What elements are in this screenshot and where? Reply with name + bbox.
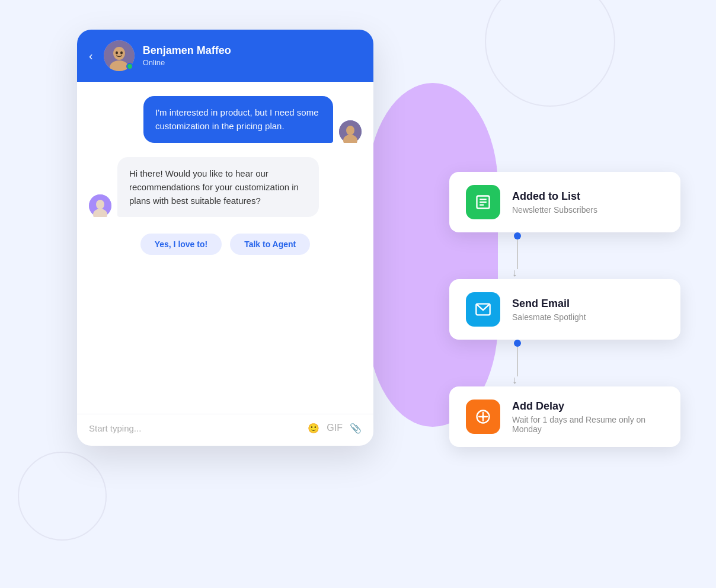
send-email-title: Send Email — [512, 298, 586, 310]
chat-widget: ‹ Benjamen Maffeo Online I'm interes — [77, 30, 373, 446]
svg-point-6 — [346, 126, 354, 135]
incoming-message-row: Hi there! Would you like to hear our rec… — [89, 157, 362, 218]
add-delay-subtitle: Wait for 1 days and Resume only on Monda… — [512, 415, 664, 434]
add-delay-icon — [466, 400, 500, 434]
outgoing-message-bubble: I'm interested in product, but I need so… — [143, 96, 333, 143]
chat-input-placeholder[interactable]: Start typing... — [89, 423, 301, 433]
chat-body: I'm interested in product, but I need so… — [77, 82, 373, 414]
workflow-card-added-to-list: Added to List Newsletter Subscribers — [449, 172, 680, 232]
svg-point-1 — [113, 47, 125, 60]
quick-reply-yes[interactable]: Yes, I love to! — [140, 234, 222, 255]
bg-decorative-circle-2 — [18, 452, 107, 541]
connector-dot-2 — [514, 340, 521, 347]
bg-decorative-circle-1 — [485, 0, 615, 107]
agent-avatar — [89, 194, 111, 217]
gif-label[interactable]: GIF — [327, 423, 343, 434]
back-button[interactable]: ‹ — [89, 49, 93, 63]
outgoing-user-avatar — [339, 120, 362, 143]
chat-user-name: Benjamen Maffeo — [143, 44, 362, 57]
workflow-area: Added to List Newsletter Subscribers ↓ S… — [449, 172, 680, 447]
svg-point-3 — [116, 52, 118, 55]
workflow-card-send-email: Send Email Salesmate Spotlight — [449, 279, 680, 340]
chat-header: ‹ Benjamen Maffeo Online — [77, 30, 373, 82]
quick-replies-container: Yes, I love to! Talk to Agent — [89, 234, 362, 255]
add-delay-text: Add Delay Wait for 1 days and Resume onl… — [512, 400, 664, 434]
attach-icon[interactable]: 📎 — [350, 423, 362, 434]
connector-line-2 — [517, 347, 518, 376]
user-avatar-wrapper — [104, 40, 135, 71]
add-delay-title: Add Delay — [512, 400, 664, 413]
online-status-dot — [126, 63, 133, 70]
connector-1: ↓ — [500, 232, 521, 279]
chat-input-icons: 🙂 GIF 📎 — [308, 423, 362, 434]
added-to-list-subtitle: Newsletter Subscribers — [512, 205, 597, 215]
incoming-message-bubble: Hi there! Would you like to hear our rec… — [117, 157, 319, 218]
chat-header-info: Benjamen Maffeo Online — [143, 44, 362, 67]
chat-input-bar: Start typing... 🙂 GIF 📎 — [77, 414, 373, 446]
connector-dot-1 — [514, 232, 521, 239]
quick-reply-agent[interactable]: Talk to Agent — [230, 234, 310, 255]
svg-point-9 — [96, 200, 104, 209]
added-to-list-icon — [466, 185, 500, 219]
connector-arrow-2: ↓ — [512, 374, 517, 386]
svg-point-4 — [120, 52, 123, 55]
connector-2: ↓ — [500, 340, 521, 386]
send-email-text: Send Email Salesmate Spotlight — [512, 298, 586, 322]
added-to-list-title: Added to List — [512, 190, 597, 203]
added-to-list-text: Added to List Newsletter Subscribers — [512, 190, 597, 215]
send-email-icon — [466, 292, 500, 327]
connector-arrow-1: ↓ — [512, 267, 517, 279]
outgoing-message-row: I'm interested in product, but I need so… — [89, 96, 362, 143]
chat-user-status: Online — [143, 58, 362, 67]
workflow-card-add-delay: Add Delay Wait for 1 days and Resume onl… — [449, 386, 680, 447]
emoji-icon[interactable]: 🙂 — [308, 423, 319, 434]
connector-line-1 — [517, 239, 518, 269]
send-email-subtitle: Salesmate Spotlight — [512, 312, 586, 322]
